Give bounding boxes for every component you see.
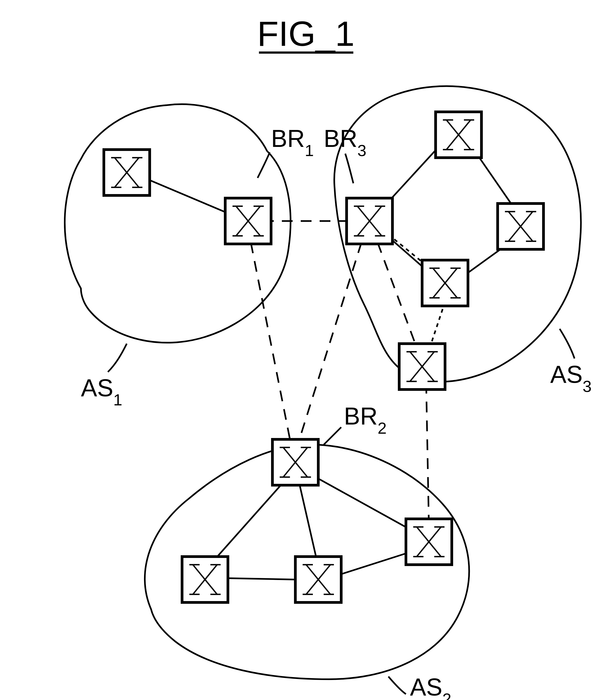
router-icon bbox=[347, 198, 392, 244]
label-as2: AS2 bbox=[410, 674, 451, 700]
figure-title: FIG_1 bbox=[257, 14, 354, 53]
link-dash-long bbox=[426, 383, 429, 524]
leader-line bbox=[560, 329, 574, 358]
router-icon bbox=[182, 557, 228, 602]
link-solid bbox=[208, 483, 283, 567]
link-dash-long bbox=[251, 243, 290, 439]
label-as1: AS1 bbox=[81, 374, 122, 409]
leader-line bbox=[345, 154, 353, 183]
router-icon bbox=[406, 519, 452, 565]
router-icon bbox=[295, 557, 341, 602]
router-icon bbox=[225, 198, 271, 244]
link-solid bbox=[226, 578, 294, 580]
leader-line bbox=[324, 427, 341, 445]
router-icon bbox=[273, 439, 318, 485]
leader-line bbox=[388, 676, 406, 694]
router-icon bbox=[399, 344, 445, 389]
link-solid bbox=[475, 151, 514, 208]
leader-line bbox=[258, 152, 270, 178]
leader-line bbox=[108, 344, 127, 372]
router-icon bbox=[104, 149, 150, 196]
link-solid bbox=[341, 553, 409, 574]
label-br2: BR2 bbox=[344, 403, 387, 437]
label-br1: BR1 bbox=[271, 125, 314, 160]
router-icon bbox=[498, 203, 543, 249]
figure-diagram: FIG_1 bbox=[0, 0, 612, 700]
link-solid bbox=[300, 484, 317, 561]
link-solid bbox=[316, 477, 415, 532]
router-icon bbox=[435, 112, 482, 158]
label-as3: AS3 bbox=[550, 361, 592, 396]
router-icon bbox=[422, 260, 468, 306]
